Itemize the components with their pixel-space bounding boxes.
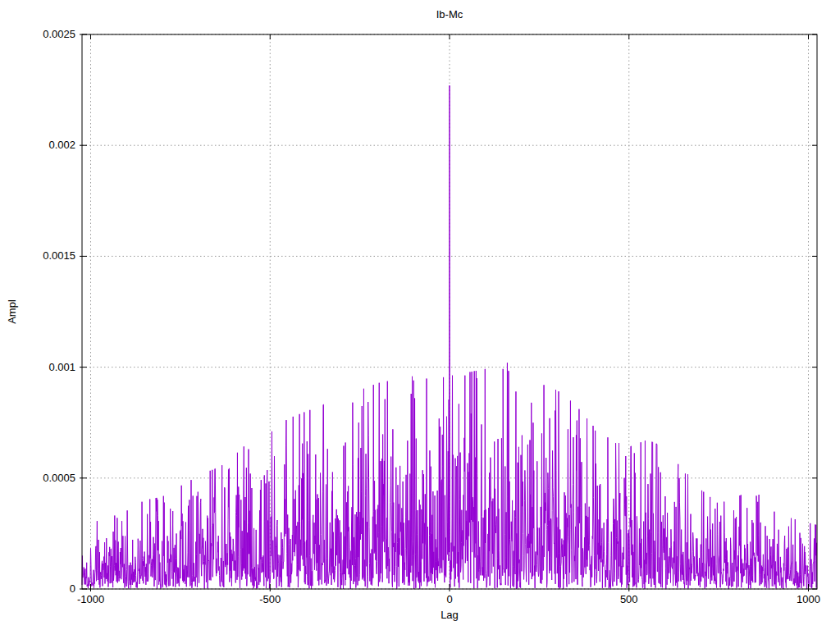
correlation-plot — [0, 0, 840, 630]
x-tick-label: 0 — [413, 593, 486, 606]
x-tick-label: -1000 — [54, 593, 128, 606]
y-tick-label: 0.001 — [10, 361, 75, 374]
x-tick-label: 500 — [592, 593, 666, 606]
x-tick-label: 1000 — [772, 593, 840, 606]
y-tick-label: 0.002 — [10, 139, 75, 152]
x-tick-label: -500 — [233, 593, 307, 606]
y-tick-label: 0.0015 — [10, 249, 75, 262]
y-tick-label: 0.0025 — [10, 28, 75, 41]
y-tick-label: 0.0005 — [10, 472, 75, 485]
data-series-path — [82, 85, 817, 589]
gnuplot-window: Ib-Mc Ampl Lag 00.00050.0010.00150.0020.… — [0, 0, 840, 630]
